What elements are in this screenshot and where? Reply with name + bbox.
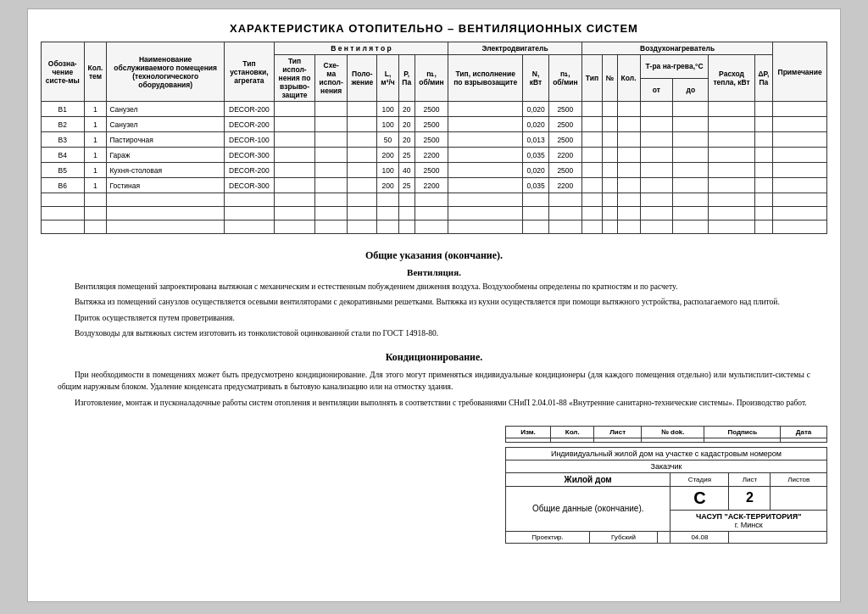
- cell-voz-no: [602, 132, 617, 148]
- empty-cell: [274, 220, 314, 234]
- stamp-designer-label: Проектир.: [506, 531, 590, 543]
- empty-cell: [673, 220, 709, 234]
- cell-voz-dp: [754, 102, 773, 117]
- empty-cell: [415, 193, 448, 207]
- empty-cell: [315, 193, 348, 207]
- cell-kol: 1: [84, 163, 107, 178]
- empty-cell: [348, 207, 377, 220]
- stamp-sheet-num: 2: [729, 486, 771, 510]
- rev-col-ndok: № dok.: [642, 426, 704, 438]
- col-header-voz-t: Т-ра на-грева,°С: [640, 55, 709, 79]
- empty-cell: [640, 220, 673, 234]
- empty-cell: [42, 207, 85, 220]
- stamp-extra: [729, 531, 827, 543]
- col-header-v-l: L,м³/ч: [377, 55, 398, 102]
- cell-v-n: 2200: [415, 178, 448, 193]
- cell-voz-t-to: [673, 163, 709, 178]
- rev-col-kol: Кол.: [551, 426, 594, 438]
- empty-cell: [523, 193, 548, 207]
- stamp-sheets-total: [771, 486, 827, 510]
- section1-subtitle: Вентиляция.: [58, 267, 810, 277]
- bottom-section: Изм. Кол. Лист № dok. Подпись Дата: [41, 426, 827, 544]
- cell-v-schema: [315, 148, 348, 163]
- cell-voz-no: [602, 163, 617, 178]
- col-header-note: Примечание: [773, 42, 827, 102]
- cell-v-l: 200: [377, 178, 398, 193]
- stamp-designer-name: Губский: [590, 531, 658, 543]
- cell-kol: 1: [84, 102, 107, 117]
- cell-v-n: 2500: [415, 163, 448, 178]
- cell-v-tip: [274, 132, 314, 148]
- cell-voz-no: [602, 148, 617, 163]
- cell-tip: DECOR-200: [224, 102, 274, 117]
- cell-id: B1: [42, 102, 85, 117]
- rev-row1-kol: [551, 438, 594, 442]
- empty-cell: [84, 220, 107, 234]
- cell-v-schema: [315, 132, 348, 148]
- cell-v-polo: [348, 117, 377, 132]
- cell-voz-t-to: [673, 178, 709, 193]
- cell-e-n2: 2500: [548, 102, 581, 117]
- empty-cell: [107, 193, 225, 207]
- empty-cell: [448, 220, 523, 234]
- col-header-voz-rashod: Расходтепла, кВт: [709, 55, 754, 102]
- col-header-voz: Воздухонагреватель: [581, 42, 772, 55]
- stamp-stage-label: Стадия: [670, 472, 729, 486]
- stamp-company: ЧАСУП "АСК-ТЕРРИТОРИЯ" г. Минск: [670, 510, 827, 531]
- empty-cell: [673, 207, 709, 220]
- col-header-e-n2: n₁,об/мин: [548, 55, 581, 102]
- col-header-e-tip: Тип, исполнениепо взрывозащите: [448, 55, 523, 102]
- stamp-table: Индивидуальный жилой дом на участке с ка…: [505, 447, 827, 544]
- stamp-object: Жилой дом: [506, 472, 670, 486]
- cell-v-p: 20: [398, 117, 415, 132]
- page: ХАРАКТЕРИСТИКА ОТОПИТЕЛЬНО – ВЕНТИЛЯЦИОН…: [27, 8, 841, 602]
- empty-cell: [773, 220, 827, 234]
- cell-v-n: 2500: [415, 117, 448, 132]
- section1-para-0: Вентиляция помещений запроектирована выт…: [58, 281, 810, 293]
- stamp-sheets-label: Листов: [771, 472, 827, 486]
- stamp-designer-sig: [657, 531, 670, 543]
- cell-voz-dp: [754, 163, 773, 178]
- stamp-company-name: ЧАСУП "АСК-ТЕРРИТОРИЯ": [673, 512, 824, 521]
- cell-tip: DECOR-300: [224, 148, 274, 163]
- cell-voz-kol: [617, 148, 640, 163]
- cell-note: [773, 102, 827, 117]
- cell-v-schema: [315, 163, 348, 178]
- empty-cell: [398, 220, 415, 234]
- cell-v-tip: [274, 117, 314, 132]
- cell-voz-rashod: [709, 132, 754, 148]
- empty-cell: [617, 193, 640, 207]
- cell-e-tip: [448, 178, 523, 193]
- page-title: ХАРАКТЕРИСТИКА ОТОПИТЕЛЬНО – ВЕНТИЛЯЦИОН…: [41, 22, 827, 35]
- empty-cell: [224, 207, 274, 220]
- empty-cell: [377, 220, 398, 234]
- cell-e-tip: [448, 148, 523, 163]
- cell-v-polo: [348, 132, 377, 148]
- bottom-left: [41, 426, 497, 544]
- cell-voz-no: [602, 178, 617, 193]
- cell-note: [773, 163, 827, 178]
- col-header-v-n: n₁,об/мин: [415, 55, 448, 102]
- stamp-customer: Заказчик: [506, 460, 827, 472]
- cell-e-tip: [448, 163, 523, 178]
- cell-v-p: 20: [398, 132, 415, 148]
- cell-voz-kol: [617, 102, 640, 117]
- stamp-doc-title: Общие данные (окончание).: [506, 486, 670, 531]
- empty-cell: [42, 220, 85, 234]
- cell-voz-tip: [581, 117, 602, 132]
- stamp-city: г. Минск: [673, 521, 824, 529]
- empty-cell: [523, 207, 548, 220]
- section2-para-1: Изготовление, монтаж и пусконаладочные р…: [58, 397, 810, 409]
- section1-para-2: Приток осуществляется путем проветривани…: [58, 312, 810, 324]
- cell-kol: 1: [84, 132, 107, 148]
- cell-v-tip: [274, 163, 314, 178]
- main-table: Обозна-чениесисте-мы Кол.тем Наименовани…: [41, 42, 827, 234]
- empty-cell: [773, 207, 827, 220]
- cell-name: Санузел: [107, 102, 225, 117]
- cell-note: [773, 148, 827, 163]
- empty-cell: [107, 207, 225, 220]
- cell-v-l: 100: [377, 117, 398, 132]
- table-row: B6 1 Гостиная DECOR-300 200 25 2200 0,03…: [42, 178, 827, 193]
- col-header-type: Типустановки,агрегата: [224, 42, 274, 102]
- cell-v-tip: [274, 178, 314, 193]
